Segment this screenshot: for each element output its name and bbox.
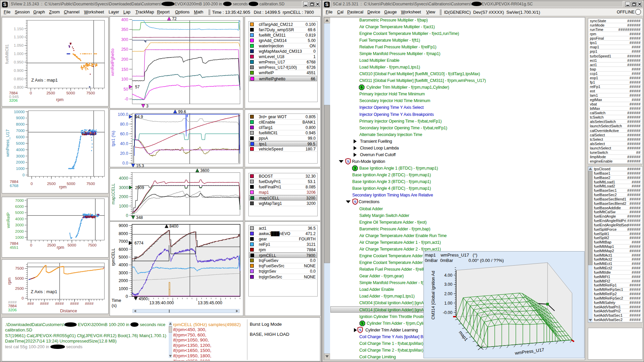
svg-text:4.00: 4.00 bbox=[444, 273, 452, 278]
svg-text:400: 400 bbox=[121, 17, 128, 22]
svg-text:1000: 1000 bbox=[15, 235, 24, 239]
svg-text:7884: 7884 bbox=[10, 180, 18, 184]
svg-text:2000: 2000 bbox=[119, 278, 128, 283]
svg-text:rpm: rpm bbox=[57, 245, 64, 250]
svg-text:5000: 5000 bbox=[119, 255, 128, 260]
svg-text:20.0: 20.0 bbox=[120, 151, 128, 156]
svg-text:0.0: 0.0 bbox=[122, 161, 128, 166]
svg-text:10000: 10000 bbox=[14, 110, 25, 114]
svg-text:94.9: 94.9 bbox=[135, 115, 143, 119]
svg-text:100: 100 bbox=[121, 77, 128, 82]
svg-text:7884: 7884 bbox=[10, 241, 18, 245]
svg-text:####: #### bbox=[40, 302, 49, 306]
svg-text:9000: 9000 bbox=[119, 223, 128, 228]
svg-text:5000: 5000 bbox=[15, 276, 24, 280]
svg-text:3: 3 bbox=[146, 104, 149, 108]
svg-text:0.900: 0.900 bbox=[14, 69, 24, 73]
svg-text:350: 350 bbox=[121, 27, 128, 32]
svg-text:2500: 2500 bbox=[47, 182, 56, 186]
svg-text:0: 0 bbox=[23, 173, 25, 177]
svg-text:tps1 (%): tps1 (%) bbox=[111, 131, 116, 146]
svg-text:2000: 2000 bbox=[119, 194, 128, 199]
svg-text:1.100: 1.100 bbox=[14, 35, 24, 39]
svg-text:map1CELL: map1CELL bbox=[111, 183, 116, 205]
svg-text:3206: 3206 bbox=[8, 308, 17, 312]
svg-text:0.850: 0.850 bbox=[14, 77, 24, 81]
svg-text:0: 0 bbox=[22, 296, 24, 300]
svg-text:15.3: 15.3 bbox=[136, 164, 144, 168]
svg-text:0.950: 0.950 bbox=[14, 60, 24, 64]
svg-text:0.800: 0.800 bbox=[14, 85, 24, 89]
svg-text:5000: 5000 bbox=[16, 141, 25, 145]
svg-text:7500: 7500 bbox=[88, 243, 97, 247]
svg-text:rpmCELL: rpmCELL bbox=[111, 248, 116, 266]
svg-text:6000: 6000 bbox=[15, 205, 24, 209]
svg-text:1.000: 1.000 bbox=[14, 52, 24, 56]
svg-text:rpm: rpm bbox=[56, 97, 64, 102]
svg-text:2000: 2000 bbox=[16, 160, 25, 164]
svg-text:CM314 [Global Ignition Ad: CM314 [Global Ignition Ad bbox=[431, 271, 436, 319]
svg-text:6768: 6768 bbox=[10, 184, 18, 188]
svg-text:Z Axis : map1: Z Axis : map1 bbox=[31, 289, 57, 294]
svg-text:2500: 2500 bbox=[15, 286, 24, 290]
svg-text:(s): (s) bbox=[112, 303, 117, 308]
svg-text:8000: 8000 bbox=[119, 231, 128, 236]
svg-text:3000: 3000 bbox=[119, 271, 128, 275]
svg-text:###: ### bbox=[27, 302, 34, 306]
svg-text:0: 0 bbox=[30, 91, 32, 95]
svg-text:5000: 5000 bbox=[67, 182, 75, 186]
svg-text:3000: 3000 bbox=[119, 185, 128, 190]
svg-text:6774: 6774 bbox=[134, 241, 144, 245]
svg-text:6000: 6000 bbox=[16, 135, 25, 139]
svg-text:0: 0 bbox=[31, 182, 33, 186]
svg-text:50: 50 bbox=[124, 87, 128, 92]
svg-text:7000: 7000 bbox=[16, 129, 25, 133]
svg-text:80.0: 80.0 bbox=[120, 122, 128, 127]
svg-text:Distance: Distance bbox=[60, 308, 77, 313]
svg-text:3.00: 3.00 bbox=[444, 282, 452, 287]
svg-text:0: 0 bbox=[126, 213, 128, 218]
svg-text:3000: 3000 bbox=[15, 223, 24, 227]
svg-text:3600: 3600 bbox=[200, 168, 209, 173]
svg-text:9000: 9000 bbox=[16, 116, 25, 120]
svg-text:2500: 2500 bbox=[46, 91, 55, 95]
svg-text:40.0: 40.0 bbox=[120, 141, 128, 146]
svg-text:7500: 7500 bbox=[86, 91, 95, 95]
svg-text:3206: 3206 bbox=[9, 98, 18, 102]
svg-text:5000: 5000 bbox=[66, 91, 75, 95]
svg-text:250: 250 bbox=[121, 47, 128, 52]
svg-text:Z Axis : map1: Z Axis : map1 bbox=[31, 78, 58, 83]
svg-text:150: 150 bbox=[121, 67, 128, 72]
svg-text:6: 6 bbox=[361, 85, 363, 89]
svg-text:-0: -0 bbox=[124, 97, 128, 101]
svg-text:8000: 8000 bbox=[16, 122, 25, 126]
svg-text:4000: 4000 bbox=[15, 217, 24, 221]
svg-text:rpm: rpm bbox=[59, 184, 67, 189]
svg-text:0: 0 bbox=[30, 243, 32, 247]
svg-text:S: S bbox=[347, 159, 349, 164]
svg-text:1.150: 1.150 bbox=[14, 27, 24, 31]
svg-text:wmRelPghetto: wmRelPghetto bbox=[110, 49, 115, 76]
svg-text:3000: 3000 bbox=[16, 154, 25, 158]
svg-text:wmPress_U17: wmPress_U17 bbox=[514, 347, 545, 356]
svg-text:57: 57 bbox=[135, 85, 140, 89]
svg-text:1000: 1000 bbox=[119, 204, 128, 209]
svg-text:7500: 7500 bbox=[86, 182, 95, 186]
svg-text:5: 5 bbox=[361, 321, 364, 325]
svg-text:1.00: 1.00 bbox=[444, 301, 452, 306]
svg-text:####: #### bbox=[55, 302, 64, 306]
svg-text:-0.00: -0.00 bbox=[443, 310, 452, 315]
svg-text:wmRelP: wmRelP bbox=[6, 213, 11, 229]
svg-text:Time: Time bbox=[112, 298, 121, 303]
svg-text:2909: 2909 bbox=[135, 185, 144, 190]
svg-text:60.0: 60.0 bbox=[120, 132, 128, 136]
svg-text:4551: 4551 bbox=[10, 245, 18, 250]
svg-text:5000: 5000 bbox=[15, 211, 24, 215]
svg-text:2.00: 2.00 bbox=[444, 291, 452, 296]
svg-text:13:35:40.000: 13:35:40.000 bbox=[149, 301, 174, 305]
svg-text:7000: 7000 bbox=[15, 198, 24, 202]
svg-text:1000: 1000 bbox=[16, 167, 25, 171]
svg-text:4000: 4000 bbox=[119, 176, 128, 181]
svg-text:4500: 4500 bbox=[139, 297, 148, 301]
svg-text:0: 0 bbox=[126, 294, 128, 299]
